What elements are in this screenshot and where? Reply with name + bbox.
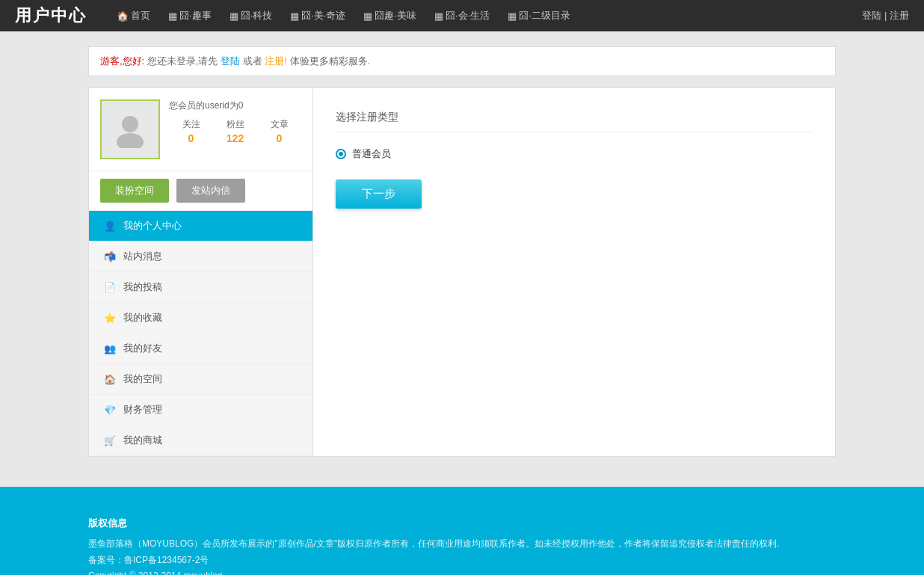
login-link-header[interactable]: 登陆 (862, 10, 881, 21)
follow-label: 关注 (182, 119, 200, 129)
nav-qiji[interactable]: ▦ 囧·美·奇迹 (283, 9, 353, 22)
sidebar-label-favorites: 我的收藏 (123, 311, 162, 325)
nav-home[interactable]: 🏠 首页 (109, 9, 158, 22)
stats-row: 关注 0 粉丝 122 文章 0 (169, 118, 301, 144)
message-button[interactable]: 发站内信 (176, 179, 245, 203)
follow-value: 0 (169, 132, 213, 144)
site-title: 用户中心 (15, 4, 87, 27)
sidebar-item-personal-center[interactable]: 👤 我的个人中心 (89, 211, 312, 242)
next-button[interactable]: 下一步 (336, 179, 422, 209)
sidebar-item-station-message[interactable]: 📬 站内消息 (89, 242, 312, 272)
sidebar-label-submission: 我的投稿 (123, 280, 162, 294)
sidebar-label-personal-center: 我的个人中心 (123, 219, 182, 233)
sidebar: 您会员的userid为0 关注 0 粉丝 122 文章 0 (89, 88, 313, 456)
footer-line1: 墨鱼部落格（MOYUBLOG）会员所发布展示的"原创作品/文章"版权归原作者所有… (88, 536, 836, 553)
profile-info: 您会员的userid为0 关注 0 粉丝 122 文章 0 (169, 99, 301, 144)
sidebar-item-favorites[interactable]: ⭐ 我的收藏 (89, 303, 312, 333)
radio-button[interactable] (336, 149, 346, 159)
svg-point-1 (117, 133, 144, 148)
footer-copyright: Copyright © 2012-2014 moyublog (88, 568, 836, 575)
sidebar-item-friends[interactable]: 👥 我的好友 (89, 333, 312, 364)
sidebar-item-submission[interactable]: 📄 我的投稿 (89, 272, 312, 303)
sidebar-nav: 👤 我的个人中心 📬 站内消息 📄 我的投稿 ⭐ 我的收藏 👥 我的 (89, 211, 312, 456)
nav-keji[interactable]: ▦ 囧·科技 (222, 9, 280, 22)
friends-icon: 👥 (104, 343, 116, 354)
main-nav: 🏠 首页 ▦ 囧·趣事 ▦ 囧·科技 ▦ 囧·美·奇迹 ▦ 囧趣·美味 ▦ 囧·… (109, 9, 862, 22)
stat-fans: 粉丝 122 (213, 118, 257, 144)
sidebar-label-space: 我的空间 (123, 372, 162, 386)
welcome-suffix: 体验更多精彩服务. (290, 55, 371, 67)
main-content: 选择注册类型 普通会员 下一步 (313, 88, 835, 456)
reg-title: 选择注册类型 (336, 111, 813, 132)
submission-icon: 📄 (104, 282, 116, 293)
nav-shenghuo[interactable]: ▦ 囧·会·生活 (427, 9, 497, 22)
welcome-bar: 游客,您好: 您还未登录,请先 登陆 或者 注册! 体验更多精彩服务. (88, 46, 836, 76)
grid-icon-4: ▦ (363, 10, 372, 22)
grid-icon-1: ▦ (168, 10, 177, 22)
greeting: 游客,您好: (100, 55, 147, 67)
grid-icon-5: ▦ (434, 10, 443, 22)
space-icon: 🏠 (104, 374, 116, 385)
svg-point-0 (122, 116, 138, 132)
sidebar-label-shop: 我的商城 (123, 434, 162, 447)
grid-icon-2: ▦ (230, 10, 238, 22)
article-value: 0 (257, 132, 301, 144)
shop-icon: 🛒 (104, 435, 116, 446)
content-wrap: 游客,您好: 您还未登录,请先 登陆 或者 注册! 体验更多精彩服务. 您会员的… (88, 31, 836, 472)
radio-inner (339, 152, 343, 156)
fans-label: 粉丝 (227, 119, 244, 129)
decorate-button[interactable]: 装扮空间 (100, 179, 169, 203)
footer-title: 版权信息 (88, 517, 836, 530)
reg-option: 普通会员 (336, 147, 813, 161)
stat-article: 文章 0 (257, 118, 301, 144)
nav-erji[interactable]: ▦ 囧·二级目录 (500, 9, 578, 22)
welcome-message: 您还未登录,请先 (147, 55, 218, 67)
grid-icon-3: ▦ (290, 10, 299, 22)
welcome-middle: 或者 (243, 55, 265, 67)
stat-follow: 关注 0 (169, 118, 213, 144)
auth-separator: | (884, 10, 887, 21)
sidebar-item-finance[interactable]: 💎 财务管理 (89, 395, 312, 425)
sidebar-item-shop[interactable]: 🛒 我的商城 (89, 425, 312, 456)
footer-content: 版权信息 墨鱼部落格（MOYUBLOG）会员所发布展示的"原创作品/文章"版权归… (88, 502, 836, 575)
header-auth: 登陆 | 注册 (862, 9, 909, 22)
nav-meishi[interactable]: ▦ 囧趣·美味 (356, 9, 424, 22)
footer-text: 墨鱼部落格（MOYUBLOG）会员所发布展示的"原创作品/文章"版权归原作者所有… (88, 536, 836, 575)
footer: 版权信息 墨鱼部落格（MOYUBLOG）会员所发布展示的"原创作品/文章"版权归… (0, 487, 924, 575)
sidebar-label-friends: 我的好友 (123, 342, 162, 355)
userid-text: 您会员的userid为0 (169, 99, 301, 112)
main-layout: 您会员的userid为0 关注 0 粉丝 122 文章 0 (88, 87, 836, 457)
fans-value: 122 (213, 132, 257, 144)
sidebar-label-finance: 财务管理 (123, 403, 162, 416)
header: 用户中心 🏠 首页 ▦ 囧·趣事 ▦ 囧·科技 ▦ 囧·美·奇迹 ▦ 囧趣·美味… (0, 0, 924, 31)
reg-option-label: 普通会员 (352, 147, 391, 161)
avatar (100, 99, 160, 159)
station-message-icon: 📬 (104, 251, 116, 262)
register-link[interactable]: 注册! (265, 55, 287, 67)
register-link-header[interactable]: 注册 (890, 10, 909, 21)
home-icon: 🏠 (117, 10, 129, 22)
login-link[interactable]: 登陆 (221, 55, 240, 67)
profile-section: 您会员的userid为0 关注 0 粉丝 122 文章 0 (89, 88, 312, 171)
footer-icp: 备案号：鲁ICP备1234567-2号 (88, 553, 836, 569)
article-label: 文章 (271, 119, 289, 129)
personal-center-icon: 👤 (104, 221, 116, 232)
finance-icon: 💎 (104, 405, 116, 416)
grid-icon-6: ▦ (508, 10, 517, 22)
nav-qushi[interactable]: ▦ 囧·趣事 (161, 9, 219, 22)
action-buttons: 装扮空间 发站内信 (89, 171, 312, 211)
sidebar-item-space[interactable]: 🏠 我的空间 (89, 364, 312, 395)
sidebar-label-station-message: 站内消息 (123, 250, 162, 263)
favorites-icon: ⭐ (104, 313, 116, 324)
